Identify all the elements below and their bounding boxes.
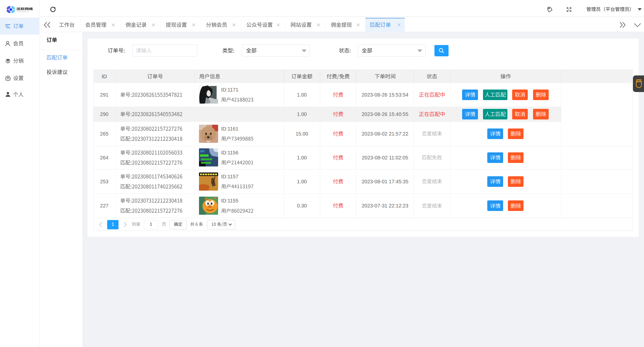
svg-text:MV: MV: [200, 150, 205, 153]
